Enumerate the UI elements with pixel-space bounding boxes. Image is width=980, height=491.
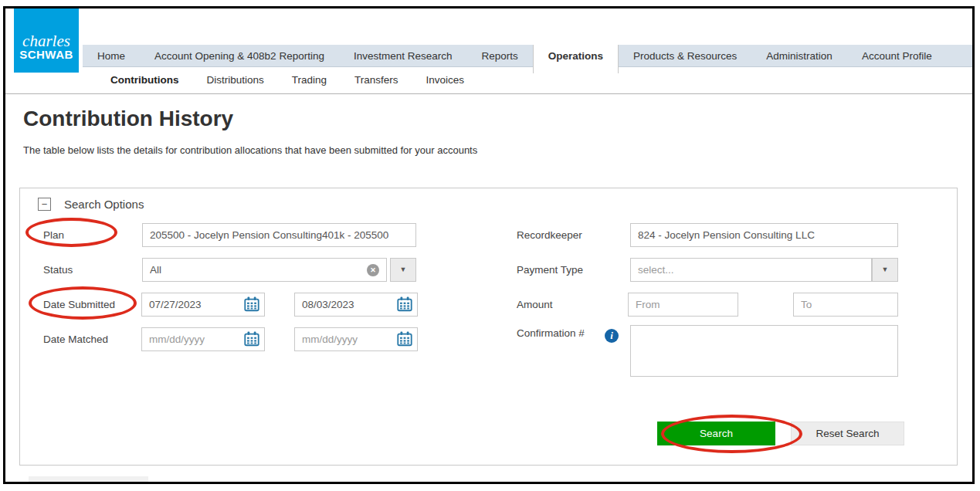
nav-item-home[interactable]: Home xyxy=(83,45,140,67)
payment-type-label: Payment Type xyxy=(517,258,583,282)
search-options-panel: − Search Options Plan Status ✕ ▼ Date Su… xyxy=(19,188,958,466)
clear-icon[interactable]: ✕ xyxy=(367,264,379,276)
primary-nav: Home Account Opening & 408b2 Reporting I… xyxy=(83,45,972,67)
subnav-item-trading[interactable]: Trading xyxy=(278,68,341,93)
plan-input[interactable] xyxy=(142,223,416,247)
reset-search-button[interactable]: Reset Search xyxy=(791,422,904,445)
page-title: Contribution History xyxy=(23,107,233,131)
calendar-icon[interactable] xyxy=(395,296,414,314)
app-window: charles SCHWAB Home Account Opening & 40… xyxy=(3,6,975,484)
status-dropdown-button[interactable]: ▼ xyxy=(390,258,416,282)
nav-item-products-resources[interactable]: Products & Resources xyxy=(619,45,751,67)
amount-label: Amount xyxy=(517,293,553,317)
nav-item-reports[interactable]: Reports xyxy=(466,45,532,67)
logo-text-charles: charles xyxy=(14,33,79,49)
page-subtitle: The table below lists the details for co… xyxy=(23,144,477,156)
plan-label: Plan xyxy=(43,223,64,247)
recordkeeper-label: Recordkeeper xyxy=(517,223,582,247)
confirmation-label: Confirmation # xyxy=(517,326,585,341)
logo-text-schwab: SCHWAB xyxy=(14,49,79,61)
subnav-item-invoices[interactable]: Invoices xyxy=(412,68,479,93)
search-button[interactable]: Search xyxy=(657,422,775,445)
nav-item-account-opening[interactable]: Account Opening & 408b2 Reporting xyxy=(140,45,339,67)
nav-item-operations[interactable]: Operations xyxy=(533,45,619,73)
date-submitted-label: Date Submitted xyxy=(43,293,115,317)
subnav-item-transfers[interactable]: Transfers xyxy=(341,68,412,93)
status-input[interactable] xyxy=(142,258,387,282)
amount-to-input[interactable] xyxy=(793,293,898,317)
chevron-down-icon: ▼ xyxy=(882,266,889,273)
nav-item-investment-research[interactable]: Investment Research xyxy=(339,45,467,67)
header-divider xyxy=(5,93,972,94)
subnav-item-contributions[interactable]: Contributions xyxy=(97,68,192,93)
date-matched-label: Date Matched xyxy=(43,327,108,351)
nav-item-account-profile[interactable]: Account Profile xyxy=(847,45,947,67)
calendar-icon[interactable] xyxy=(242,330,261,349)
status-label: Status xyxy=(43,258,73,282)
confirmation-textarea[interactable] xyxy=(630,325,898,377)
info-icon[interactable]: i xyxy=(605,329,619,343)
calendar-icon[interactable] xyxy=(395,330,414,349)
subnav-item-distributions[interactable]: Distributions xyxy=(192,68,277,93)
recordkeeper-input[interactable] xyxy=(630,223,898,247)
amount-from-input[interactable] xyxy=(628,293,738,317)
schwab-logo: charles SCHWAB xyxy=(14,8,79,73)
panel-title: Search Options xyxy=(64,198,144,211)
chevron-down-icon: ▼ xyxy=(400,266,407,273)
payment-type-dropdown-button[interactable]: ▼ xyxy=(872,258,898,282)
collapse-panel-button[interactable]: − xyxy=(38,198,51,211)
payment-type-input[interactable] xyxy=(630,258,872,282)
partial-element-bottom xyxy=(29,476,148,483)
nav-item-administration[interactable]: Administration xyxy=(751,45,847,67)
calendar-icon[interactable] xyxy=(242,296,261,314)
